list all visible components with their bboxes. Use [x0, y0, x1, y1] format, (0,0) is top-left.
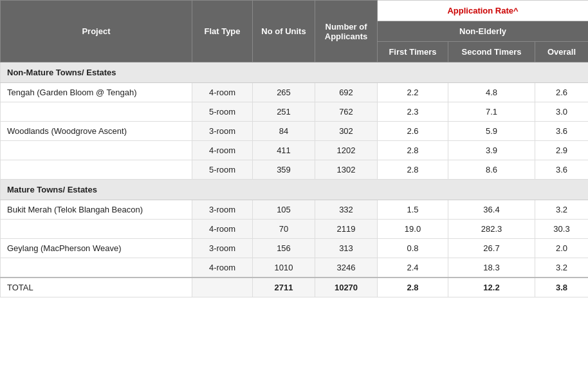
second-timers-rate: 26.7 [448, 239, 535, 258]
header-project: Project [1, 1, 192, 62]
header-application-rate: Application Rate^ [378, 1, 589, 21]
total-first-timers: 2.8 [378, 278, 448, 297]
flat-type: 4-room [192, 258, 253, 278]
header-first-timers: First Timers [378, 42, 448, 62]
second-timers-rate: 4.8 [448, 83, 535, 102]
table-row: 5-room35913022.88.63.6 [1, 160, 589, 180]
table-row: Tengah (Garden Bloom @ Tengah)4-room2656… [1, 83, 589, 102]
units: 70 [253, 220, 315, 239]
flat-type: 3-room [192, 200, 253, 220]
second-timers-rate: 36.4 [448, 200, 535, 220]
flat-type: 5-room [192, 102, 253, 122]
applicants: 302 [315, 122, 378, 141]
main-table-wrapper: Project Flat Type No of Units Number of … [0, 0, 588, 297]
project-name [1, 258, 192, 278]
second-timers-rate: 7.1 [448, 102, 535, 122]
project-name: Woodlands (Woodgrove Ascent) [1, 122, 192, 141]
overall-rate: 3.6 [535, 160, 589, 180]
section-header-label: Non-Mature Towns/ Estates [1, 62, 589, 83]
total-units: 2711 [253, 278, 315, 297]
header-flat-type: Flat Type [192, 1, 253, 62]
applicants: 1302 [315, 160, 378, 180]
section-header-row: Mature Towns/ Estates [1, 180, 589, 200]
table-row: Woodlands (Woodgrove Ascent)3-room843022… [1, 122, 589, 141]
applicants: 313 [315, 239, 378, 258]
table-row: 4-room41112022.83.92.9 [1, 141, 589, 160]
flat-type: 3-room [192, 122, 253, 141]
overall-rate: 3.6 [535, 122, 589, 141]
units: 251 [253, 102, 315, 122]
header-no-of-units: No of Units [253, 1, 315, 62]
total-label: TOTAL [1, 278, 192, 297]
project-name [1, 141, 192, 160]
overall-rate: 3.0 [535, 102, 589, 122]
header-second-timers: Second Timers [448, 42, 535, 62]
project-name [1, 102, 192, 122]
overall-rate: 3.2 [535, 258, 589, 278]
total-overall: 3.8 [535, 278, 589, 297]
first-timers-rate: 0.8 [378, 239, 448, 258]
units: 265 [253, 83, 315, 102]
overall-rate: 2.9 [535, 141, 589, 160]
first-timers-rate: 19.0 [378, 220, 448, 239]
second-timers-rate: 18.3 [448, 258, 535, 278]
overall-rate: 3.2 [535, 200, 589, 220]
flat-type: 4-room [192, 83, 253, 102]
header-non-elderly: Non-Elderly [378, 21, 589, 42]
table-row: 4-room70211919.0282.330.3 [1, 220, 589, 239]
project-name [1, 220, 192, 239]
flat-type: 4-room [192, 141, 253, 160]
project-name: Bukit Merah (Telok Blangah Beacon) [1, 200, 192, 220]
first-timers-rate: 2.4 [378, 258, 448, 278]
second-timers-rate: 5.9 [448, 122, 535, 141]
total-second-timers: 12.2 [448, 278, 535, 297]
first-timers-rate: 2.2 [378, 83, 448, 102]
flat-type: 4-room [192, 220, 253, 239]
units: 359 [253, 160, 315, 180]
flat-type: 5-room [192, 160, 253, 180]
units: 84 [253, 122, 315, 141]
total-flat-type [192, 278, 253, 297]
units: 156 [253, 239, 315, 258]
flat-type: 3-room [192, 239, 253, 258]
second-timers-rate: 282.3 [448, 220, 535, 239]
table-row: 4-room101032462.418.33.2 [1, 258, 589, 278]
overall-rate: 2.0 [535, 239, 589, 258]
first-timers-rate: 2.6 [378, 122, 448, 141]
section-header-row: Non-Mature Towns/ Estates [1, 62, 589, 83]
header-overall: Overall [535, 42, 589, 62]
section-header-label: Mature Towns/ Estates [1, 180, 589, 200]
applicants: 1202 [315, 141, 378, 160]
first-timers-rate: 2.8 [378, 141, 448, 160]
overall-rate: 30.3 [535, 220, 589, 239]
project-name [1, 160, 192, 180]
total-row: TOTAL2711102702.812.23.8 [1, 278, 589, 297]
total-applicants: 10270 [315, 278, 378, 297]
applicants: 692 [315, 83, 378, 102]
first-timers-rate: 2.8 [378, 160, 448, 180]
application-rate-table: Project Flat Type No of Units Number of … [0, 0, 588, 297]
table-row: Geylang (MacPherson Weave)3-room1563130.… [1, 239, 589, 258]
table-row: Bukit Merah (Telok Blangah Beacon)3-room… [1, 200, 589, 220]
table-row: 5-room2517622.37.13.0 [1, 102, 589, 122]
units: 1010 [253, 258, 315, 278]
applicants: 332 [315, 200, 378, 220]
project-name: Tengah (Garden Bloom @ Tengah) [1, 83, 192, 102]
header-number-of-applicants: Number of Applicants [315, 1, 378, 62]
units: 411 [253, 141, 315, 160]
units: 105 [253, 200, 315, 220]
overall-rate: 2.6 [535, 83, 589, 102]
applicants: 3246 [315, 258, 378, 278]
second-timers-rate: 8.6 [448, 160, 535, 180]
first-timers-rate: 1.5 [378, 200, 448, 220]
applicants: 2119 [315, 220, 378, 239]
applicants: 762 [315, 102, 378, 122]
first-timers-rate: 2.3 [378, 102, 448, 122]
second-timers-rate: 3.9 [448, 141, 535, 160]
project-name: Geylang (MacPherson Weave) [1, 239, 192, 258]
